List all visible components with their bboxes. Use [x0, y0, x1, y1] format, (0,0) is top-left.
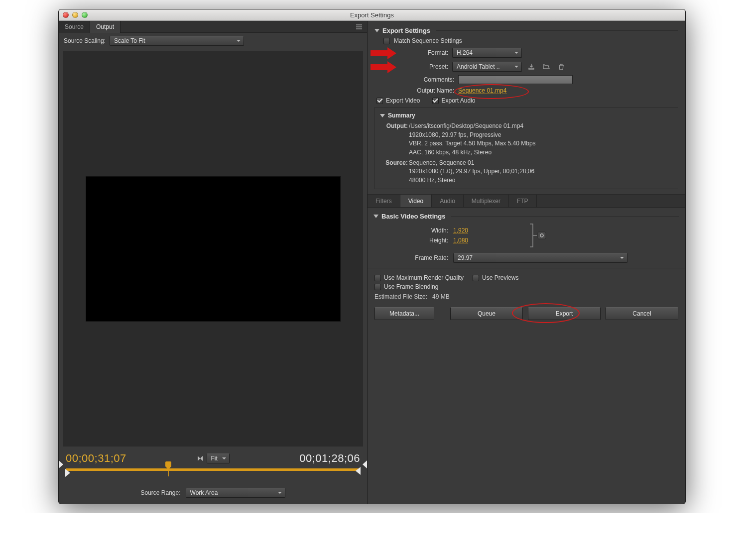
- use-previews-checkbox[interactable]: [473, 275, 479, 281]
- window-title: Export Settings: [59, 11, 685, 19]
- height-value[interactable]: 1,080: [453, 237, 475, 244]
- comments-input[interactable]: [458, 75, 573, 84]
- summary-header[interactable]: Summary: [380, 112, 673, 120]
- panel-menu-icon[interactable]: [354, 23, 364, 31]
- summary-box: Summary Output: /Users/itsconfig/Desktop…: [374, 107, 678, 189]
- export-button[interactable]: Export: [528, 307, 601, 320]
- match-sequence-label: Match Sequence Settings: [394, 37, 462, 44]
- timeline[interactable]: [59, 467, 367, 481]
- export-video-label: Export Video: [386, 97, 420, 104]
- estimated-size-label: Estimated File Size:: [374, 293, 427, 300]
- window-minimize-button[interactable]: [72, 12, 78, 18]
- tab-source[interactable]: Source: [59, 21, 90, 33]
- video-preview[interactable]: [86, 177, 340, 321]
- delete-preset-icon[interactable]: [556, 62, 567, 71]
- annotation-arrow-icon: [374, 61, 396, 72]
- summary-output-line4: AAC, 160 kbps, 48 kHz, Stereo: [409, 148, 673, 157]
- summary-source-label: Source:: [380, 159, 409, 185]
- frame-blending-checkbox[interactable]: [374, 284, 381, 290]
- svg-rect-0: [538, 232, 546, 239]
- summary-source-line3: 48000 Hz, Stereo: [409, 176, 673, 185]
- output-name-link[interactable]: Sequence 01.mp4: [458, 87, 506, 94]
- output-name-label: Output Name:: [374, 87, 454, 94]
- estimated-size-value: 49 MB: [432, 293, 450, 300]
- annotation-arrow-icon: [374, 47, 396, 58]
- comments-label: Comments:: [374, 76, 454, 83]
- export-settings-window: Export Settings Source Output Source Sca…: [58, 9, 686, 504]
- settings-subtabs: Filters Video Audio Multiplexer FTP: [368, 195, 685, 208]
- window-close-button[interactable]: [63, 12, 69, 18]
- export-audio-label: Export Audio: [442, 97, 476, 104]
- frame-rate-dropdown[interactable]: 29.97: [453, 253, 627, 263]
- subtab-multiplexer[interactable]: Multiplexer: [464, 195, 509, 207]
- summary-output-line3: VBR, 2 pass, Target 4.50 Mbps, Max 5.40 …: [409, 139, 673, 148]
- basic-video-header[interactable]: Basic Video Settings: [373, 213, 679, 220]
- titlebar: Export Settings: [59, 9, 685, 21]
- out-point-handle[interactable]: [356, 467, 361, 475]
- max-render-label: Use Maximum Render Quality: [384, 274, 464, 281]
- format-dropdown[interactable]: H.264: [452, 48, 522, 58]
- frame-blending-label: Use Frame Blending: [384, 283, 438, 290]
- subtab-ftp[interactable]: FTP: [509, 195, 537, 207]
- tab-output[interactable]: Output: [90, 21, 121, 33]
- summary-output-line2: 1920x1080, 29.97 fps, Progressive: [409, 131, 673, 139]
- source-range-label: Source Range:: [140, 489, 180, 496]
- format-label: Format:: [400, 49, 448, 56]
- width-label: Width:: [373, 227, 448, 234]
- use-previews-label: Use Previews: [482, 274, 518, 281]
- summary-source-line2: 1920x1080 (1.0), 29.97 fps, Upper, 00;01…: [409, 167, 673, 176]
- settings-panel: Export Settings Match Sequence Settings …: [368, 21, 685, 504]
- width-value[interactable]: 1,920: [453, 227, 475, 234]
- summary-output-label: Output:: [380, 122, 409, 157]
- max-render-checkbox[interactable]: [374, 275, 381, 281]
- export-settings-header[interactable]: Export Settings: [374, 27, 678, 34]
- source-scaling-dropdown[interactable]: Scale To Fit: [110, 36, 244, 46]
- video-settings-area: Basic Video Settings Width: 1,920 Height…: [368, 208, 685, 268]
- preset-dropdown[interactable]: Android Tablet ..: [452, 62, 522, 72]
- in-point-handle[interactable]: [65, 469, 70, 477]
- queue-button[interactable]: Queue: [450, 307, 523, 320]
- export-video-checkbox[interactable]: [376, 98, 383, 104]
- preset-label: Preset:: [400, 63, 448, 70]
- footer-options: Use Maximum Render Quality Use Previews …: [368, 268, 685, 302]
- summary-source-line1: Sequence, Sequence 01: [409, 159, 673, 167]
- cancel-button[interactable]: Cancel: [606, 307, 678, 320]
- import-preset-icon[interactable]: [541, 62, 552, 71]
- export-audio-checkbox[interactable]: [432, 98, 439, 104]
- source-range-dropdown[interactable]: Work Area: [186, 488, 285, 498]
- subtab-video[interactable]: Video: [400, 195, 432, 207]
- save-preset-icon[interactable]: [526, 62, 537, 71]
- match-sequence-checkbox[interactable]: [383, 38, 390, 44]
- link-dimensions-icon[interactable]: [528, 223, 548, 248]
- source-scaling-label: Source Scaling:: [64, 37, 106, 44]
- subtab-audio[interactable]: Audio: [432, 195, 464, 207]
- summary-output-path: /Users/itsconfig/Desktop/Sequence 01.mp4: [409, 122, 673, 130]
- frame-rate-label: Frame Rate:: [373, 254, 448, 261]
- preview-panel: Source Output Source Scaling: Scale To F…: [59, 21, 368, 504]
- window-zoom-button[interactable]: [82, 12, 88, 18]
- preview-area: [63, 51, 363, 447]
- metadata-button[interactable]: Metadata...: [374, 307, 434, 320]
- subtab-filters[interactable]: Filters: [368, 195, 400, 207]
- height-label: Height:: [373, 237, 448, 244]
